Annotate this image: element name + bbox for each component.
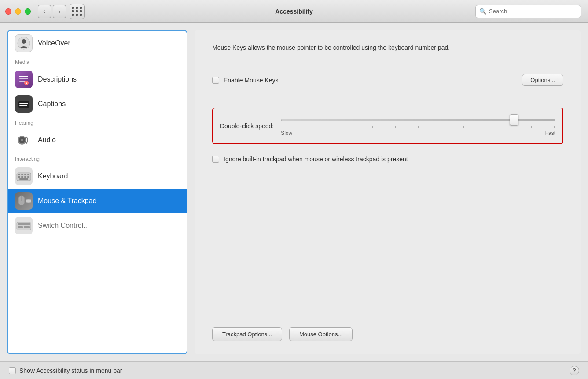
speed-slider-container: Slow Fast [281, 115, 555, 136]
slider-labels: Slow Fast [281, 130, 555, 136]
forward-button[interactable]: › [53, 5, 66, 18]
switch-control-icon [15, 217, 33, 234]
svg-rect-18 [21, 174, 23, 175]
svg-rect-11 [19, 105, 27, 106]
sidebar-item-mouse-trackpad[interactable]: Mouse & Trackpad [8, 189, 187, 213]
mouse-options-button[interactable]: Mouse Options... [289, 327, 353, 341]
back-icon: ‹ [43, 7, 45, 15]
section-label-hearing: Hearing [8, 116, 187, 128]
nav-buttons: ‹ › [38, 5, 66, 18]
divider-1 [212, 63, 563, 63]
sidebar-scroll[interactable]: VoiceOver Media [8, 31, 187, 353]
enable-mouse-keys-label-area: Enable Mouse Keys [212, 77, 279, 84]
status-label: Show Accessibility status in menu bar [19, 367, 122, 374]
svg-rect-17 [18, 174, 20, 175]
sidebar-item-switch-control[interactable]: Switch Control... [8, 213, 187, 238]
sidebar-item-keyboard-label: Keyboard [38, 172, 68, 180]
slider-thumb[interactable] [510, 114, 518, 126]
svg-rect-25 [19, 178, 28, 180]
sidebar-item-captions[interactable]: Captions [8, 92, 187, 116]
svg-rect-5 [19, 81, 26, 82]
sidebar-item-descriptions[interactable]: Descriptions [8, 67, 187, 92]
trackpad-options-button[interactable]: Trackpad Options... [212, 327, 282, 341]
back-button[interactable]: ‹ [38, 5, 51, 18]
svg-rect-3 [19, 76, 28, 77]
sidebar-item-keyboard[interactable]: Keyboard [8, 164, 187, 189]
double-click-speed-section: Double-click speed: [212, 108, 563, 144]
enable-mouse-keys-label: Enable Mouse Keys [224, 77, 279, 84]
enable-mouse-keys-row: Enable Mouse Keys Options... [212, 74, 563, 86]
maximize-button[interactable] [25, 8, 31, 15]
svg-rect-28 [26, 199, 31, 203]
forward-icon: › [58, 7, 60, 15]
svg-rect-30 [18, 223, 30, 225]
double-click-speed-label: Double-click speed: [220, 123, 274, 130]
section-label-media: Media [8, 56, 187, 67]
captions-icon [15, 95, 33, 113]
svg-rect-10 [18, 101, 29, 108]
section-label-interacting: Interacting [8, 152, 187, 164]
svg-rect-22 [21, 176, 23, 178]
sidebar-item-voiceover[interactable]: VoiceOver [8, 31, 187, 56]
traffic-lights [5, 8, 31, 15]
slow-label: Slow [281, 130, 292, 136]
divider-2 [212, 97, 563, 97]
svg-rect-8 [26, 83, 27, 84]
bottom-buttons: Trackpad Options... Mouse Options... [212, 327, 563, 341]
ignore-trackpad-label: Ignore built-in trackpad when mouse or w… [224, 155, 408, 164]
ignore-trackpad-row: Ignore built-in trackpad when mouse or w… [212, 155, 563, 164]
svg-rect-7 [26, 82, 27, 83]
speed-row: Double-click speed: [220, 115, 555, 136]
speed-slider-track[interactable] [281, 115, 555, 124]
svg-rect-20 [27, 174, 29, 175]
apps-button[interactable] [70, 4, 85, 19]
sidebar-item-descriptions-label: Descriptions [38, 75, 77, 83]
close-button[interactable] [5, 8, 11, 15]
window-title: Accessibility [275, 8, 313, 15]
options-button[interactable]: Options... [522, 74, 563, 86]
sidebar-item-audio[interactable]: Audio [8, 128, 187, 152]
svg-rect-24 [27, 176, 29, 178]
status-checkbox[interactable] [9, 367, 16, 374]
voiceover-icon [15, 34, 33, 52]
main-content: VoiceOver Media [0, 23, 588, 361]
svg-rect-32 [24, 226, 30, 228]
search-icon: 🔍 [479, 8, 486, 15]
description-text: Mouse Keys allows the mouse pointer to b… [212, 43, 520, 52]
sidebar: VoiceOver Media [7, 30, 187, 354]
sidebar-item-switch-control-label: Switch Control... [38, 222, 89, 230]
svg-point-1 [22, 39, 26, 44]
minimize-button[interactable] [15, 8, 21, 15]
enable-mouse-keys-checkbox[interactable] [212, 77, 219, 84]
keyboard-icon [15, 167, 33, 185]
svg-rect-4 [19, 78, 28, 79]
search-box[interactable]: 🔍 [475, 5, 581, 18]
sidebar-item-mouse-trackpad-label: Mouse & Trackpad [38, 197, 96, 205]
svg-rect-21 [18, 176, 20, 178]
titlebar: ‹ › Accessibility 🔍 [0, 0, 588, 23]
svg-rect-12 [19, 103, 28, 104]
audio-icon [15, 131, 33, 149]
slider-background [281, 119, 555, 121]
sidebar-item-audio-label: Audio [38, 136, 56, 144]
sidebar-item-captions-label: Captions [38, 100, 66, 108]
bottom-bar: Show Accessibility status in menu bar ? [0, 361, 588, 379]
fast-label: Fast [545, 130, 555, 136]
svg-rect-19 [24, 174, 26, 175]
svg-rect-23 [24, 176, 26, 178]
descriptions-icon [15, 71, 33, 88]
search-input[interactable] [489, 8, 577, 15]
svg-point-15 [21, 139, 23, 141]
svg-rect-31 [18, 226, 23, 228]
apps-grid-icon [72, 7, 82, 16]
right-panel: Mouse Keys allows the mouse pointer to b… [195, 30, 581, 354]
mouse-trackpad-icon [15, 192, 33, 210]
ignore-trackpad-checkbox[interactable] [212, 156, 219, 163]
status-checkbox-row: Show Accessibility status in menu bar [9, 367, 122, 374]
help-button[interactable]: ? [570, 366, 579, 375]
svg-point-6 [24, 81, 29, 85]
sidebar-item-voiceover-label: VoiceOver [38, 39, 70, 47]
